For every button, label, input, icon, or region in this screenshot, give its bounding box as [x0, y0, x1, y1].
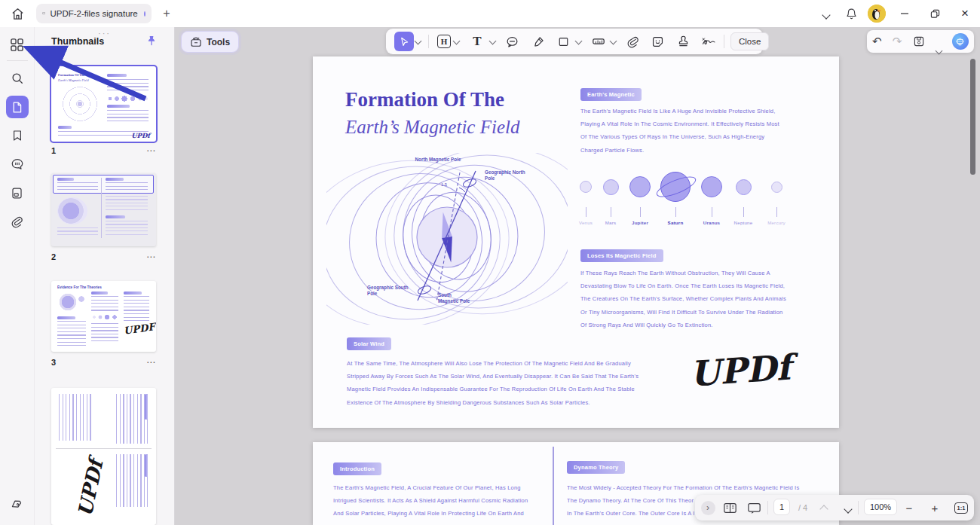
thumb1-planets: [107, 95, 149, 102]
stamp-tool-button[interactable]: [673, 32, 693, 51]
thumbnail-page-2[interactable]: [51, 173, 156, 246]
tools-button-label: Tools: [207, 37, 230, 47]
planet-mercury: Mercury: [764, 169, 789, 225]
thumb1-diagram: [59, 84, 101, 124]
maximize-button[interactable]: [920, 0, 950, 27]
document-tab[interactable]: UPDF-2-files signature: [36, 4, 152, 23]
page-total-label: / 4: [793, 499, 813, 517]
vertical-scrollbar[interactable]: [970, 59, 975, 175]
shape-tool-button[interactable]: [553, 32, 573, 51]
chevron-up-icon: [820, 505, 827, 511]
text-tool-dropdown[interactable]: [489, 38, 495, 44]
sticker-tool-button[interactable]: [648, 32, 667, 51]
close-window-button[interactable]: ×: [950, 0, 980, 27]
sidebar-item-attachments[interactable]: [6, 210, 29, 233]
thumbnail-page-4[interactable]: UPDf: [51, 388, 156, 525]
paragraph-loses-magnetic: If These Rays Reach The Earth Without Ob…: [580, 267, 789, 331]
presentation-mode-button[interactable]: [743, 499, 764, 517]
more-options-icon[interactable]: ⋯: [146, 357, 156, 368]
pin-panel-button[interactable]: [145, 35, 158, 47]
plus-icon: +: [163, 7, 170, 20]
ai-assistant-button[interactable]: [952, 33, 969, 50]
sidebar-item-pen-settings[interactable]: [6, 493, 29, 516]
bar-divider: [767, 501, 768, 514]
undo-icon: ↶: [872, 35, 882, 48]
thumb3-signature: UPDF: [123, 321, 155, 337]
sidebar-item-page-tools[interactable]: [6, 182, 29, 204]
cursor-icon: [399, 36, 410, 47]
account-button[interactable]: [864, 0, 890, 27]
select-tool-button[interactable]: [394, 32, 414, 51]
text-tool-button[interactable]: T: [467, 32, 487, 51]
undo-button[interactable]: ↶: [872, 35, 882, 48]
heading-tool-button[interactable]: H: [434, 32, 454, 51]
tools-button[interactable]: Tools: [181, 31, 239, 53]
signature-tool-button[interactable]: [699, 32, 718, 51]
titlebar: UPDF-2-files signature + ×: [0, 0, 980, 27]
presentation-icon: [747, 502, 761, 514]
restore-icon: [930, 9, 940, 19]
paperclip-icon: [626, 35, 639, 48]
measure-tool-button[interactable]: [589, 32, 608, 51]
home-button[interactable]: [8, 4, 28, 24]
redo-icon: ↷: [893, 35, 902, 48]
planets-row: Venus Mars Jupiter Saturn Uranus Neptune…: [577, 169, 799, 236]
thumbnail-page-1[interactable]: Formation Of The Earth's Magnetic Field …: [51, 66, 156, 142]
sidebar-item-panels-grid[interactable]: [6, 33, 29, 56]
badge-introduction: Introduction: [333, 462, 381, 475]
thumb2-lines3: [106, 196, 148, 212]
thumb4-badge2: [145, 454, 148, 477]
thumb4-badge: [145, 394, 148, 420]
sidebar-item-bookmarks[interactable]: [6, 124, 29, 147]
zoom-out-button[interactable]: −: [900, 499, 918, 517]
sidebar-item-comments[interactable]: [6, 153, 29, 176]
paragraph-earths-magnetic: The Earth's Magnetic Field Is Like A Hug…: [580, 105, 784, 157]
redo-button[interactable]: ↷: [893, 35, 902, 48]
attachment-tool-button[interactable]: [623, 32, 642, 51]
planet-mars: Mars: [598, 169, 623, 225]
sidebar-item-thumbnails[interactable]: [6, 96, 29, 118]
save-dropdown[interactable]: [936, 48, 942, 54]
expand-bar-button[interactable]: ›: [700, 499, 716, 517]
thumb2-lines5: [106, 221, 148, 236]
select-tool-dropdown[interactable]: [415, 38, 421, 44]
sidebar-item-search[interactable]: [6, 67, 29, 90]
badge-solar-wind: Solar Wind: [347, 337, 391, 350]
page-number-input[interactable]: 1: [773, 499, 790, 515]
save-icon: [913, 35, 925, 47]
new-tab-button[interactable]: +: [158, 5, 175, 22]
titlebar-chevron-button[interactable]: [813, 0, 838, 27]
next-page-button[interactable]: [838, 499, 856, 517]
previous-page-button[interactable]: [814, 499, 832, 517]
measure-tool-dropdown[interactable]: [610, 38, 616, 44]
thumbnails-panel: ··· Thumbnails Formation Of The Earth's …: [35, 27, 175, 525]
shape-tool-dropdown[interactable]: [575, 38, 581, 44]
thumbnail-page-3[interactable]: Evidence For The Theories UPDF: [51, 281, 156, 352]
heading-tool-dropdown[interactable]: [453, 38, 459, 44]
search-icon: [11, 72, 24, 85]
planet-saturn: Saturn: [658, 169, 693, 225]
minimize-button[interactable]: [890, 0, 920, 27]
zoom-level-input[interactable]: 100%: [864, 499, 897, 515]
notifications-button[interactable]: [838, 0, 864, 27]
rectangle-shape-icon: [558, 36, 569, 47]
thumb3-badge3: [124, 291, 142, 295]
comment-tool-button[interactable]: [502, 32, 522, 51]
page-layout-view-button[interactable]: [719, 499, 740, 517]
thumb2-lines: [57, 182, 98, 191]
save-button[interactable]: [913, 35, 925, 47]
annotation-toolbar: H T Close: [386, 29, 763, 54]
actual-size-button[interactable]: 1:1: [951, 499, 971, 517]
document-page-1[interactable]: Formation Of The Earth’s Magnetic Field: [313, 56, 839, 428]
thumb2-lines4: [57, 227, 98, 235]
user-avatar: [868, 5, 886, 23]
more-options-icon[interactable]: ⋯: [146, 145, 156, 156]
close-toolbar-button[interactable]: Close: [730, 32, 769, 50]
signature-annotation[interactable]: UPDf: [688, 346, 792, 394]
highlighter-tool-button[interactable]: [528, 32, 548, 51]
zoom-in-button[interactable]: +: [926, 499, 944, 517]
chevron-down-icon: [844, 505, 851, 511]
thumb1-title: Formation Of The: [58, 73, 85, 77]
diagram-label-south-magnetic: South Magnetic Pole: [438, 292, 471, 304]
more-options-icon[interactable]: ⋯: [146, 252, 156, 262]
